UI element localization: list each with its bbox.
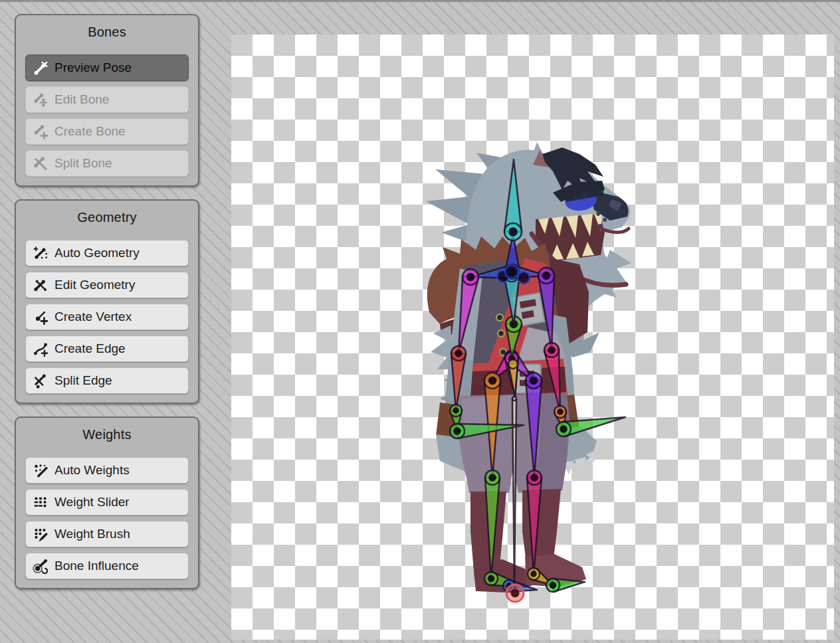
button-label: Create Edge	[54, 341, 126, 356]
edit-geometry-icon	[33, 277, 49, 293]
weight-brush-icon	[33, 526, 49, 542]
bone-influence-button[interactable]: Bone Influence	[25, 553, 189, 579]
split-edge-icon	[33, 373, 49, 389]
button-label: Weight Slider	[54, 495, 130, 509]
edit-bone-button[interactable]: Edit Bone	[25, 86, 189, 113]
button-label: Auto Geometry	[54, 246, 140, 260]
button-label: Edit Bone	[54, 92, 109, 107]
button-label: Split Edge	[54, 373, 112, 388]
panel-weights: WeightsAuto WeightsWeight SliderWeight B…	[15, 416, 199, 589]
button-label: Preview Pose	[54, 60, 132, 75]
button-label: Edit Geometry	[54, 278, 135, 292]
split-bone-button[interactable]: Split Bone	[25, 150, 189, 177]
create-bone-button[interactable]: Create Bone	[25, 118, 189, 145]
preview-pose-button[interactable]: Preview Pose	[25, 54, 189, 81]
auto-geometry-icon	[33, 245, 49, 261]
auto-weights-icon	[33, 462, 49, 478]
panel-title-geometry: Geometry	[25, 209, 189, 226]
create-vertex-button[interactable]: Create Vertex	[25, 304, 189, 330]
canvas-viewport[interactable]	[231, 35, 834, 640]
button-label: Split Bone	[54, 156, 112, 171]
weight-slider-icon	[33, 494, 49, 510]
button-label: Create Bone	[54, 124, 126, 139]
auto-geometry-button[interactable]: Auto Geometry	[25, 240, 189, 266]
preview-pose-icon	[33, 60, 49, 76]
panel-title-bones: Bones	[25, 23, 189, 41]
button-label: Weight Brush	[54, 527, 130, 541]
button-label: Auto Weights	[54, 463, 130, 478]
edit-geometry-button[interactable]: Edit Geometry	[25, 272, 189, 298]
button-label: Bone Influence	[54, 559, 139, 573]
create-edge-button[interactable]: Create Edge	[25, 335, 189, 362]
create-edge-icon	[33, 341, 49, 357]
panel-bones: BonesPreview PoseEdit BoneCreate BoneSpl…	[15, 14, 199, 187]
split-edge-button[interactable]: Split Edge	[25, 367, 189, 394]
window-top-edge	[0, 0, 840, 2]
panel-title-weights: Weights	[25, 426, 189, 443]
bone-influence-icon	[33, 558, 49, 574]
create-vertex-icon	[33, 309, 49, 325]
bone-rig-editor: { "panels": [ { "id": "bones", "title": …	[0, 0, 840, 643]
auto-weights-button[interactable]: Auto Weights	[25, 457, 189, 484]
button-label: Create Vertex	[54, 310, 132, 324]
weight-slider-button[interactable]: Weight Slider	[25, 489, 189, 515]
edit-bone-icon	[33, 92, 49, 108]
create-bone-icon	[33, 124, 49, 139]
weight-brush-button[interactable]: Weight Brush	[25, 521, 189, 547]
split-bone-icon	[33, 155, 49, 171]
panel-geometry: GeometryAuto GeometryEdit GeometryCreate…	[15, 199, 199, 404]
